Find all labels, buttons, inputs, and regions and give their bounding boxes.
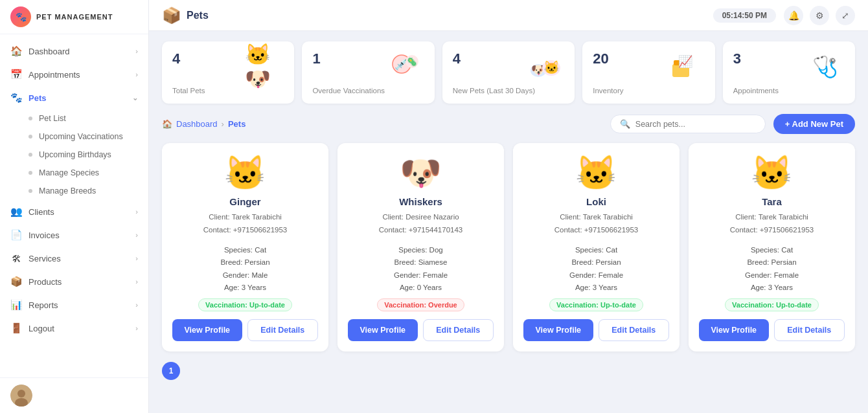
pet-avatar-whiskers: 🐶 [400,156,442,190]
search-input[interactable] [635,120,756,129]
pet-species-block-loki: Species: CatBreed: PersianGender: Female… [569,244,623,295]
sidebar: 🐾 PET MANAGEMENT 🏠 Dashboard › 📅 Appoint… [0,0,149,413]
logo-icon: 🐾 [10,6,31,27]
view-profile-button-whiskers[interactable]: View Profile [348,319,418,341]
view-profile-button-loki[interactable]: View Profile [523,319,593,341]
chevron-down-icon: ⌄ [132,94,138,102]
invoices-icon: 📄 [10,229,22,241]
svg-point-1 [17,390,25,397]
stat-card-total-pets: 4 🐱🐶 Total Pets [162,41,294,104]
pet-card-tara: 🐱 Tara Client: Tarek Tarabichi Contact: … [689,143,855,352]
pet-card-loki: 🐱 Loki Client: Tarek Tarabichi Contact: … [513,143,680,352]
sidebar-subitem-pet-list[interactable]: Pet List [0,109,148,128]
stat-label-overdue: Overdue Vaccinations [312,87,424,95]
sidebar-label-products: Products [29,277,62,287]
breadcrumb: 🏠 Dashboard › Pets [162,119,246,129]
breadcrumb-dashboard[interactable]: Dashboard [176,119,218,129]
sidebar-item-clients[interactable]: 👥 Clients › [0,200,148,223]
edit-details-button-ginger[interactable]: Edit Details [247,319,319,341]
edit-details-button-whiskers[interactable]: Edit Details [423,319,494,341]
stat-number-appointments: 3 [733,50,741,67]
notification-icon[interactable]: 🔔 [784,6,803,25]
view-profile-button-tara[interactable]: View Profile [699,319,769,341]
pet-cards-grid: 🐱 Ginger Client: Tarek Tarabichi Contact… [162,143,855,352]
svg-text:📈: 📈 [678,54,693,69]
stat-cards-row: 4 🐱🐶 Total Pets 1 💉 🦠 [162,41,855,104]
sidebar-subitem-manage-breeds[interactable]: Manage Breeds [0,182,148,200]
sidebar-item-logout[interactable]: 🚪 Logout › [0,317,148,340]
topbar: 📦 Pets 05:14:50 PM 🔔 ⚙ ⤢ [149,0,868,31]
sidebar-item-reports[interactable]: 📊 Reports › [0,293,148,317]
sidebar-subitem-upcoming-birthdays[interactable]: Upcoming Birthdays [0,146,148,164]
vaccination-badge-ginger: Vaccination: Up-to-date [198,298,292,311]
stat-card-new-pets: 4 🐶 🐱 New Pets (Last 30 Days) [442,41,575,104]
search-icon: 🔍 [620,119,630,129]
pet-name-ginger: Ginger [229,196,260,207]
services-icon: 🛠 [10,252,22,264]
chevron-icon: › [135,71,138,78]
pet-contact-ginger: Contact: +971506621953 [203,224,288,236]
pet-name-loki: Loki [586,196,606,207]
breadcrumb-current: Pets [228,119,246,129]
subnav-label-upcoming-vaccinations: Upcoming Vaccinations [39,132,123,141]
sidebar-item-invoices[interactable]: 📄 Invoices › [0,223,148,247]
sidebar-nav: 🏠 Dashboard › 📅 Appointments › 🐾 Pets ⌄ … [0,34,148,377]
stat-img-total-pets: 🐱🐶 [245,50,284,83]
pet-species-block-ginger: Species: CatBreed: PersianGender: MaleAg… [220,244,269,295]
pets-nav-icon: 🐾 [10,92,22,104]
page-1-button[interactable]: 1 [162,362,180,380]
stat-img-inventory: 📈 [666,50,705,83]
chevron-icon: › [135,254,138,262]
vaccination-badge-whiskers: Vaccination: Overdue [377,298,464,311]
pet-name-whiskers: Whiskers [399,196,442,207]
pet-client-ginger: Client: Tarek Tarabichi [209,211,282,223]
sidebar-label-services: Services [29,254,61,263]
sidebar-item-appointments[interactable]: 📅 Appointments › [0,63,148,86]
svg-text:🐱: 🐱 [543,60,560,75]
sidebar-label-appointments: Appointments [29,70,80,80]
pet-contact-loki: Contact: +971506621953 [554,224,639,236]
pet-avatar-ginger: 🐱 [224,156,266,190]
pet-card-buttons-ginger: View Profile Edit Details [172,319,318,341]
pet-card-buttons-tara: View Profile Edit Details [699,319,845,341]
stat-label-new-pets: New Pets (Last 30 Days) [453,87,564,95]
pet-species-block-tara: Species: CatBreed: PersianGender: Female… [745,244,799,295]
sidebar-item-dashboard[interactable]: 🏠 Dashboard › [0,39,148,63]
user-avatar [10,385,32,407]
subnav-label-manage-species: Manage Species [39,168,99,177]
sidebar-item-products[interactable]: 📦 Products › [0,270,148,293]
view-profile-button-ginger[interactable]: View Profile [172,319,242,341]
sidebar-label-pets: Pets [29,93,46,103]
pet-contact-whiskers: Contact: +971544170143 [379,224,463,236]
action-bar: 🏠 Dashboard › Pets 🔍 + Add New Pet [162,114,855,134]
stat-card-overdue-vaccinations: 1 💉 🦠 Overdue Vaccinations [302,41,434,104]
sidebar-subitem-manage-species[interactable]: Manage Species [0,164,148,182]
stat-number-total-pets: 4 [172,50,180,67]
stat-label-total-pets: Total Pets [172,87,284,95]
breadcrumb-separator: › [222,119,224,129]
settings-icon[interactable]: ⚙ [810,6,829,25]
reports-icon: 📊 [10,299,22,311]
sidebar-label-logout: Logout [29,324,54,333]
appointments-icon: 📅 [10,69,22,80]
edit-details-button-tara[interactable]: Edit Details [774,319,845,341]
pets-box-icon: 📦 [162,6,181,25]
pagination: 1 [162,362,855,380]
search-bar[interactable]: 🔍 [610,115,766,133]
edit-details-button-loki[interactable]: Edit Details [599,319,670,341]
sidebar-subitem-upcoming-vaccinations[interactable]: Upcoming Vaccinations [0,128,148,146]
subnav-label-upcoming-birthdays: Upcoming Birthdays [39,150,111,159]
sidebar-user [0,377,148,413]
expand-icon[interactable]: ⤢ [836,6,855,25]
content-area: 4 🐱🐶 Total Pets 1 💉 🦠 [149,31,868,413]
sidebar-item-services[interactable]: 🛠 Services › [0,247,148,270]
add-new-pet-button[interactable]: + Add New Pet [773,114,855,134]
pet-avatar-loki: 🐱 [575,156,617,190]
stat-img-appointments: 🩺 [806,50,845,83]
vaccination-badge-tara: Vaccination: Up-to-date [725,298,819,311]
pet-card-buttons-whiskers: View Profile Edit Details [348,319,494,341]
stat-img-overdue: 💉 🦠 [385,50,424,83]
products-icon: 📦 [10,276,22,287]
sidebar-item-pets[interactable]: 🐾 Pets ⌄ [0,86,148,109]
logout-icon: 🚪 [10,322,22,334]
